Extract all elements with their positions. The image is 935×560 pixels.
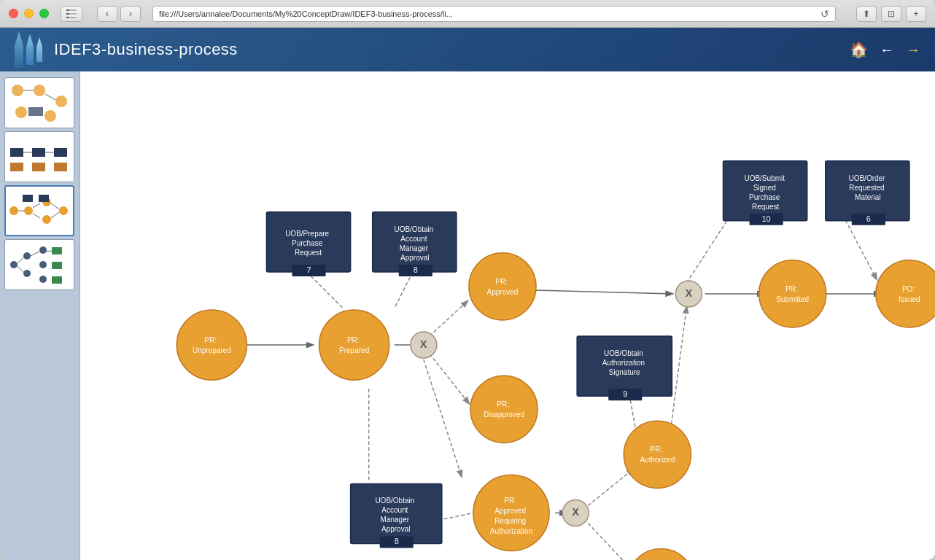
svg-rect-16 [32,163,45,171]
svg-point-21 [24,206,33,215]
url-text: file:///Users/annalee/Documents/My%20Con… [159,9,453,18]
approved-node[interactable] [469,253,536,320]
sidebar-thumb-2[interactable] [4,131,74,182]
app-header: IDEF3-business-process 🏠 ← → [0,28,935,71]
logo-shape-1 [15,31,23,68]
logo-shape-2 [26,34,34,65]
arrow-obtain2-requiring [438,513,473,520]
svg-rect-38 [52,247,62,254]
svg-line-29 [33,214,40,218]
svg-rect-40 [52,276,62,284]
svg-point-37 [39,276,47,283]
app-logo [15,31,42,68]
unauthorized-node[interactable] [627,549,694,560]
header-nav: 🏠 ← → [850,41,920,58]
junction-x3-label: X [572,506,579,518]
svg-line-43 [31,252,39,256]
svg-point-32 [10,261,18,268]
svg-point-6 [55,96,67,107]
svg-point-34 [23,270,31,277]
svg-point-24 [59,206,68,215]
svg-rect-12 [10,148,23,157]
app-title: IDEF3-business-process [54,40,238,59]
svg-point-35 [39,246,47,254]
address-bar[interactable]: file:///Users/annalee/Documents/My%20Con… [152,6,836,22]
submitted-node[interactable] [759,260,826,327]
forward-button[interactable]: → [906,42,920,58]
prepare-pr-num: 7 [306,265,311,274]
svg-point-8 [44,110,56,122]
svg-line-28 [33,203,40,208]
submit-signed-num: 10 [761,214,770,223]
svg-line-41 [18,257,23,263]
obtain-auth-label: UOB/Obtain Authorization Signature [602,349,647,376]
order-material-num: 6 [866,214,871,223]
obtain-auth-num: 9 [623,389,627,398]
diagram-area: UOB/Prepare Purchase Request 7 UOB/Obtai… [80,71,935,560]
svg-rect-39 [52,262,62,269]
back-nav-button[interactable]: ‹ [97,6,117,22]
sidebar-toggle-button[interactable] [61,6,82,22]
svg-rect-3 [69,9,77,18]
close-button[interactable] [9,9,18,18]
diagram-svg: UOB/Prepare Purchase Request 7 UOB/Obtai… [80,71,935,560]
junction-x2-label: X [686,287,693,299]
arrow-junctionX2-unauthorized [588,523,633,560]
junction-x1-label: X [420,338,427,350]
svg-point-20 [9,206,18,215]
share-button[interactable]: ⬆ [856,6,877,22]
svg-rect-26 [39,195,49,202]
svg-rect-13 [32,148,45,157]
svg-point-4 [12,85,23,96]
sidebar-thumb-4[interactable] [4,239,74,290]
svg-line-42 [18,266,23,272]
authorized-node[interactable] [624,421,691,488]
home-button[interactable]: 🏠 [850,41,868,58]
logo-shape-3 [36,37,42,62]
svg-point-33 [23,252,31,260]
svg-point-23 [42,215,51,224]
obtain-approval-top-num: 8 [414,265,418,274]
arrow-junctionX2-authorized [588,469,633,505]
sidebar-thumb-1[interactable] [4,77,74,128]
arrow-junction1-requiring [424,359,462,476]
back-button[interactable]: ← [880,42,894,58]
svg-rect-15 [10,163,23,171]
svg-rect-11 [28,107,43,116]
reload-button[interactable]: ↺ [820,8,829,20]
svg-point-36 [39,261,47,268]
svg-point-5 [34,85,45,96]
svg-rect-17 [54,163,67,171]
obtain-approval-bottom-num: 8 [395,537,399,545]
unprepared-node[interactable] [176,310,247,380]
arrow-prepare-prepared [307,272,344,308]
issued-node[interactable] [876,260,935,327]
svg-rect-14 [54,148,67,157]
disapproved-node[interactable] [470,376,538,443]
arrow-approved-junctionX [533,290,672,294]
main-content: UOB/Prepare Purchase Request 7 UOB/Obtai… [0,71,935,560]
window-expand-button[interactable]: ⊡ [881,6,901,22]
add-tab-button[interactable]: + [906,6,926,22]
forward-nav-button[interactable]: › [120,6,141,22]
sidebar [0,71,80,560]
app-window: ‹ › file:///Users/annalee/Documents/My%2… [0,0,935,560]
prepared-node[interactable] [319,310,389,380]
svg-line-44 [47,251,52,252]
minimize-button[interactable] [24,9,34,18]
svg-point-7 [15,106,27,118]
svg-line-30 [51,203,59,209]
arrow-obtain-prepared [395,272,413,308]
svg-line-10 [45,94,55,100]
titlebar: ‹ › file:///Users/annalee/Documents/My%2… [0,0,935,28]
maximize-button[interactable] [39,9,49,18]
svg-line-31 [51,212,59,218]
arrow-junction1-approved [430,301,468,336]
svg-rect-25 [23,195,33,202]
sidebar-thumb-3[interactable] [4,185,74,236]
